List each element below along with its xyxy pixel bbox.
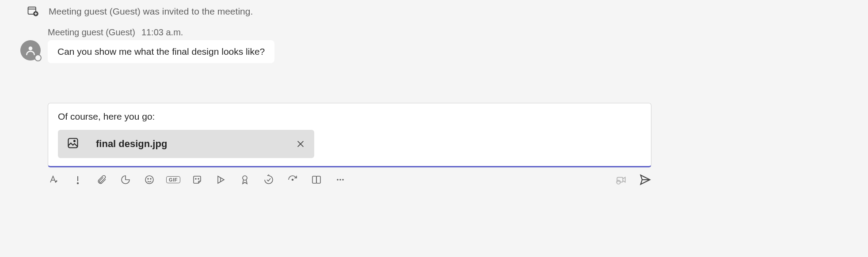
avatar[interactable] xyxy=(20,40,41,60)
format-icon[interactable] xyxy=(48,174,60,186)
presence-indicator xyxy=(34,54,42,61)
message-timestamp: 11:03 a.m. xyxy=(141,27,183,38)
sender-name: Meeting guest (Guest) xyxy=(48,27,135,38)
calendar-add-icon xyxy=(27,4,39,19)
sticker-icon[interactable] xyxy=(191,174,203,186)
svg-point-13 xyxy=(145,176,153,184)
viva-icon[interactable] xyxy=(310,174,323,186)
svg-point-23 xyxy=(337,179,339,181)
message-row: Can you show me what the final design lo… xyxy=(18,40,850,63)
svg-point-25 xyxy=(342,179,344,181)
svg-point-16 xyxy=(195,178,196,179)
send-button[interactable] xyxy=(639,174,651,186)
attachment-chip[interactable]: final design.jpg xyxy=(58,130,314,158)
system-message-text: Meeting guest (Guest) was invited to the… xyxy=(49,6,253,17)
attachment-icon[interactable] xyxy=(95,174,108,186)
attachment-name: final design.jpg xyxy=(96,138,279,150)
compose-text[interactable]: Of course, here you go: xyxy=(58,111,641,122)
svg-point-24 xyxy=(339,179,341,181)
update-icon[interactable] xyxy=(286,174,299,186)
svg-point-12 xyxy=(77,183,78,184)
compose-toolbar: GIF xyxy=(48,174,651,186)
svg-point-19 xyxy=(243,176,247,180)
message-header: Meeting guest (Guest) 11:03 a.m. xyxy=(48,27,850,38)
praise-icon[interactable] xyxy=(239,174,251,186)
compose-area[interactable]: Of course, here you go: final design.jpg xyxy=(48,103,651,167)
stream-icon[interactable] xyxy=(215,174,227,186)
video-clip-icon[interactable] xyxy=(615,174,628,186)
approvals-icon[interactable] xyxy=(263,174,275,186)
svg-point-20 xyxy=(292,179,293,181)
svg-point-15 xyxy=(150,178,151,179)
message-body: Can you show me what the final design lo… xyxy=(57,46,265,57)
image-icon xyxy=(67,137,79,151)
svg-rect-21 xyxy=(312,176,316,183)
svg-point-17 xyxy=(198,178,199,179)
svg-point-7 xyxy=(74,140,75,142)
svg-point-14 xyxy=(148,178,148,179)
gif-icon[interactable]: GIF xyxy=(167,174,179,186)
close-icon[interactable] xyxy=(296,139,305,149)
svg-point-27 xyxy=(617,180,621,184)
loop-icon[interactable] xyxy=(119,174,132,186)
system-message: Meeting guest (Guest) was invited to the… xyxy=(18,4,850,19)
svg-rect-22 xyxy=(316,176,320,183)
emoji-icon[interactable] xyxy=(143,174,156,186)
svg-point-5 xyxy=(29,46,33,50)
message-bubble[interactable]: Can you show me what the final design lo… xyxy=(48,40,274,63)
svg-rect-6 xyxy=(69,139,78,148)
priority-icon[interactable] xyxy=(72,174,84,186)
more-icon[interactable] xyxy=(334,174,346,186)
